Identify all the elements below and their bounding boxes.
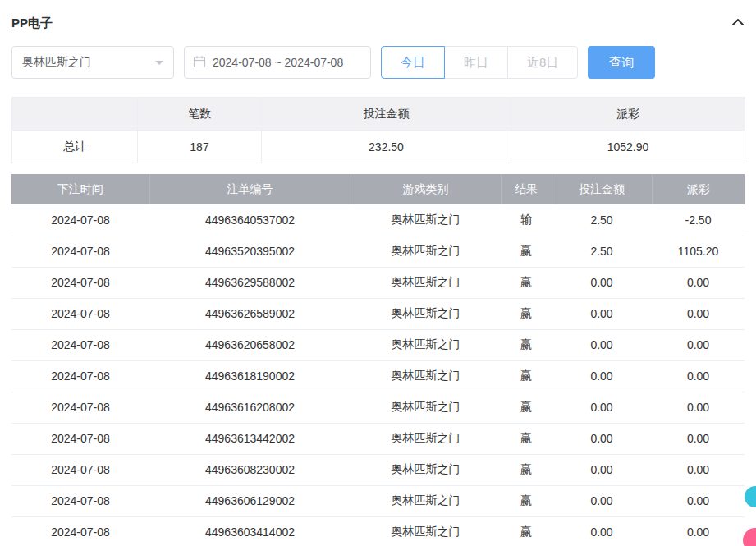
payout: 0.00 (652, 267, 745, 298)
payout: 0.00 (652, 454, 745, 485)
summary-header-payout: 派彩 (511, 98, 745, 131)
game-type: 奥林匹斯之门 (351, 298, 501, 329)
bet-records-table: 下注时间 注单编号 游戏类别 结果 投注金额 派彩 2024-07-08 449… (11, 174, 745, 546)
bet-time: 2024-07-08 (11, 267, 149, 298)
panel-header: PP电子 (11, 0, 745, 46)
bet-id: 44963520395002 (149, 236, 351, 267)
bet-time: 2024-07-08 (11, 360, 149, 392)
bet-id: 44963629588002 (149, 267, 351, 298)
game-type: 奥林匹斯之门 (351, 392, 501, 423)
bet-id: 44963616208002 (149, 392, 351, 423)
header-payout: 派彩 (652, 174, 745, 204)
result: 赢 (501, 392, 552, 423)
game-type: 奥林匹斯之门 (351, 485, 501, 516)
table-row: 2024-07-08 44963613442002 奥林匹斯之门 赢 0.00 … (11, 423, 745, 454)
header-bet-id: 注单编号 (149, 174, 351, 204)
game-type: 奥林匹斯之门 (351, 516, 501, 546)
bet-amount: 0.00 (552, 516, 652, 546)
result: 赢 (501, 267, 552, 298)
bet-id: 44963620658002 (149, 329, 351, 360)
game-type: 奥林匹斯之门 (351, 329, 501, 360)
game-select-value: 奥林匹斯之门 (22, 55, 91, 70)
summary-total-payout: 1052.90 (511, 131, 745, 163)
result: 赢 (501, 423, 552, 454)
bet-id: 44963626589002 (149, 298, 351, 329)
bet-time: 2024-07-08 (11, 329, 149, 360)
summary-header-count: 笔数 (138, 98, 262, 131)
date-range-value: 2024-07-08 ~ 2024-07-08 (213, 56, 343, 69)
summary-header-empty (12, 98, 138, 131)
result: 赢 (501, 485, 552, 516)
bet-id: 44963640537002 (149, 204, 351, 236)
chevron-up-icon (731, 16, 745, 30)
payout: 0.00 (652, 298, 745, 329)
payout: 0.00 (652, 516, 745, 546)
header-game-type: 游戏类别 (351, 174, 501, 204)
header-result: 结果 (501, 174, 552, 204)
payout: -2.50 (652, 204, 745, 236)
bet-time: 2024-07-08 (11, 298, 149, 329)
game-type: 奥林匹斯之门 (351, 267, 501, 298)
bet-amount: 0.00 (552, 267, 652, 298)
summary-total-label: 总计 (12, 131, 138, 163)
bet-time: 2024-07-08 (11, 485, 149, 516)
date-range-input[interactable]: 2024-07-08 ~ 2024-07-08 (184, 46, 371, 79)
result: 赢 (501, 360, 552, 392)
game-type: 奥林匹斯之门 (351, 204, 501, 236)
game-type: 奥林匹斯之门 (351, 236, 501, 267)
payout: 0.00 (652, 392, 745, 423)
bet-time: 2024-07-08 (11, 204, 149, 236)
game-type: 奥林匹斯之门 (351, 454, 501, 485)
bet-amount: 0.00 (552, 485, 652, 516)
table-row: 2024-07-08 44963626589002 奥林匹斯之门 赢 0.00 … (11, 298, 745, 329)
summary-total-bet-amount: 232.50 (262, 131, 511, 163)
table-row: 2024-07-08 44963606129002 奥林匹斯之门 赢 0.00 … (11, 485, 745, 516)
today-button[interactable]: 今日 (381, 46, 445, 79)
table-header-row: 下注时间 注单编号 游戏类别 结果 投注金额 派彩 (11, 174, 745, 204)
game-type: 奥林匹斯之门 (351, 423, 501, 454)
bet-id: 44963608230002 (149, 454, 351, 485)
table-row: 2024-07-08 44963616208002 奥林匹斯之门 赢 0.00 … (11, 392, 745, 423)
bet-amount: 0.00 (552, 298, 652, 329)
yesterday-button[interactable]: 昨日 (444, 46, 508, 79)
calendar-icon (193, 55, 206, 71)
table-row: 2024-07-08 44963608230002 奥林匹斯之门 赢 0.00 … (11, 454, 745, 485)
bet-amount: 0.00 (552, 392, 652, 423)
table-row: 2024-07-08 44963603414002 奥林匹斯之门 赢 0.00 … (11, 516, 745, 546)
collapse-panel-button[interactable] (731, 16, 745, 30)
payout: 0.00 (652, 329, 745, 360)
bet-time: 2024-07-08 (11, 454, 149, 485)
result: 赢 (501, 454, 552, 485)
result: 赢 (501, 298, 552, 329)
last-8-days-button[interactable]: 近8日 (507, 46, 578, 79)
query-button[interactable]: 查询 (588, 46, 655, 79)
bet-id: 44963613442002 (149, 423, 351, 454)
bet-time: 2024-07-08 (11, 423, 149, 454)
quick-date-button-group: 今日 昨日 近8日 (381, 46, 578, 79)
payout: 0.00 (652, 360, 745, 392)
payout: 1105.20 (652, 236, 745, 267)
header-bet-time: 下注时间 (11, 174, 149, 204)
summary-total-count: 187 (138, 131, 262, 163)
game-type: 奥林匹斯之门 (351, 360, 501, 392)
result: 赢 (501, 236, 552, 267)
chevron-down-icon (155, 61, 163, 69)
header-bet-amount: 投注金额 (552, 174, 652, 204)
summary-total-row: 总计 187 232.50 1052.90 (12, 131, 745, 163)
bet-id: 44963606129002 (149, 485, 351, 516)
table-row: 2024-07-08 44963620658002 奥林匹斯之门 赢 0.00 … (11, 329, 745, 360)
bet-time: 2024-07-08 (11, 236, 149, 267)
table-row: 2024-07-08 44963629588002 奥林匹斯之门 赢 0.00 … (11, 267, 745, 298)
summary-header-bet-amount: 投注金额 (262, 98, 511, 131)
payout: 0.00 (652, 485, 745, 516)
bet-amount: 0.00 (552, 423, 652, 454)
filter-toolbar: 奥林匹斯之门 2024-07-08 ~ 2024-07-08 今日 昨日 近8日… (11, 46, 745, 79)
bet-time: 2024-07-08 (11, 516, 149, 546)
game-select[interactable]: 奥林匹斯之门 (11, 46, 174, 79)
table-row: 2024-07-08 44963520395002 奥林匹斯之门 赢 2.50 … (11, 236, 745, 267)
page-title: PP电子 (11, 16, 53, 31)
bet-id: 44963603414002 (149, 516, 351, 546)
bet-amount: 0.00 (552, 329, 652, 360)
payout: 0.00 (652, 423, 745, 454)
summary-table: 笔数 投注金额 派彩 总计 187 232.50 1052.90 (11, 97, 745, 163)
